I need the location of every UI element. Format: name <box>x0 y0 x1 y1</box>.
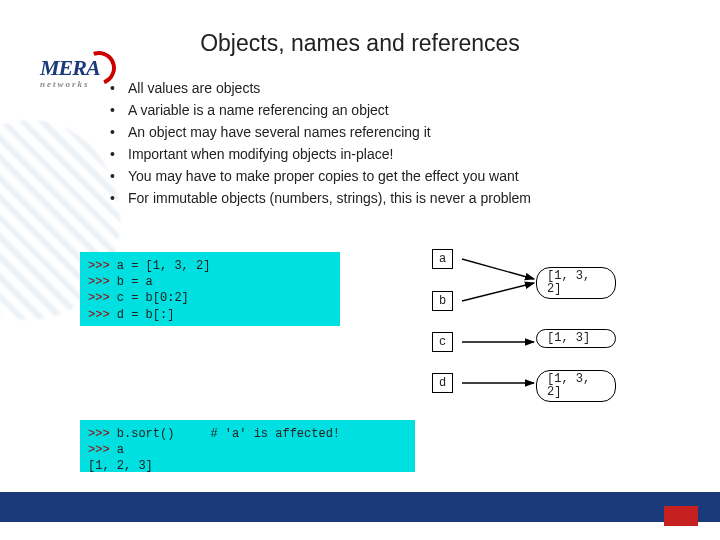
list-item: •You may have to make proper copies to g… <box>110 166 670 187</box>
svg-line-0 <box>462 259 534 279</box>
brand-logo: MERA networks <box>40 55 100 89</box>
bullet-list: •All values are objects •A variable is a… <box>110 78 670 210</box>
list-item: •All values are objects <box>110 78 670 99</box>
obj-box-3: [1, 3, 2] <box>536 370 616 402</box>
list-item: •Important when modifying objects in-pla… <box>110 144 670 165</box>
list-item: •A variable is a name referencing an obj… <box>110 100 670 121</box>
list-item: •For immutable objects (numbers, strings… <box>110 188 670 209</box>
list-item: •An object may have several names refere… <box>110 122 670 143</box>
reference-diagram: a b c d [1, 3, 2] [1, 3] [1, 3, 2] <box>422 245 702 415</box>
var-box-d: d <box>432 373 453 393</box>
svg-line-1 <box>462 283 534 301</box>
code-block-1: >>> a = [1, 3, 2] >>> b = a >>> c = b[0:… <box>80 252 340 326</box>
code-block-2: >>> b.sort() # 'a' is affected! >>> a [1… <box>80 420 415 472</box>
slide-title: Objects, names and references <box>0 30 720 57</box>
var-box-a: a <box>432 249 453 269</box>
var-box-b: b <box>432 291 453 311</box>
footer-accent <box>664 506 698 526</box>
footer-bar <box>0 492 720 522</box>
obj-box-2: [1, 3] <box>536 329 616 348</box>
obj-box-1: [1, 3, 2] <box>536 267 616 299</box>
var-box-c: c <box>432 332 453 352</box>
